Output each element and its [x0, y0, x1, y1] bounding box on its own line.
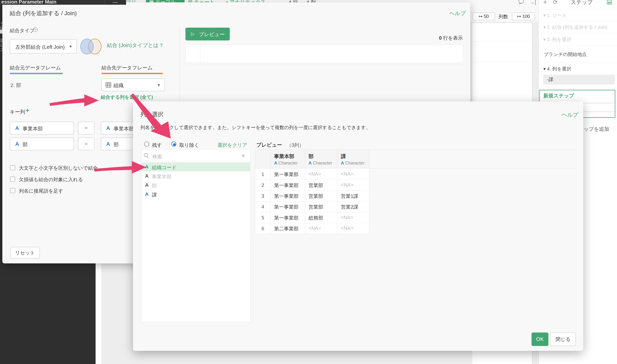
- robot-icon[interactable]: [606, 0, 612, 4]
- venn-diagram-icon: [79, 38, 105, 55]
- checkbox-label: 欠損値も結合の対象に入れる: [19, 176, 83, 183]
- key-value: 部: [114, 141, 119, 148]
- window-title-bar: ession Parameter Main —: [0, 0, 126, 5]
- column-select-title: 列を選択: [140, 111, 164, 118]
- character-type-icon: A: [106, 125, 110, 131]
- table-cell: <NA>: [309, 225, 321, 231]
- radio-dot: [173, 143, 176, 146]
- checkbox-ignore-case[interactable]: [10, 165, 15, 170]
- row-number: 1: [255, 171, 271, 177]
- column-item-label: 課: [152, 192, 157, 198]
- step-item-source[interactable]: ▾ 1. ソース: [538, 9, 617, 21]
- table-row-line: [255, 201, 369, 202]
- row-limit-input[interactable]: ↦ 50: [472, 13, 495, 20]
- join-help-link[interactable]: ヘルプ: [449, 10, 466, 17]
- target-underline: [102, 73, 163, 74]
- type-label: Character: [278, 160, 298, 166]
- minimize-icon[interactable]: —: [113, 0, 118, 5]
- search-icon: [144, 153, 149, 159]
- select-join-columns-link[interactable]: 結合する列を選択 (全て): [101, 94, 153, 100]
- table-row-line: [255, 212, 369, 212]
- equals-operator[interactable]: =: [78, 138, 94, 150]
- table-border-right: [369, 150, 369, 234]
- table-cell: 営業部: [309, 193, 323, 200]
- join-type-label: 結合タイプ: [10, 27, 35, 34]
- column-item-label: 事業本部: [152, 173, 171, 180]
- caret-down-icon: ▼: [157, 83, 160, 87]
- column-item[interactable]: A 事業本部: [142, 171, 250, 181]
- grid-header-line: [472, 41, 532, 42]
- table-cell: <NA>: [341, 225, 353, 231]
- character-type-icon: A: [145, 191, 149, 197]
- character-type-icon: A: [341, 160, 344, 166]
- equals-operator[interactable]: =: [78, 122, 94, 134]
- add-step-icon[interactable]: +: [543, 0, 547, 6]
- table-row-line: [255, 223, 369, 223]
- character-type-icon: A: [309, 160, 312, 166]
- chevron-down-icon: ▾: [543, 37, 546, 42]
- radio-remove-label: 取り除く: [179, 142, 199, 149]
- target-frame-value: 組織: [113, 82, 124, 89]
- checkbox-add-suffix[interactable]: [10, 188, 15, 193]
- col-limit-input[interactable]: ↦ 100: [512, 13, 535, 20]
- step-item-branch-start[interactable]: ブランチの開始地点: [538, 46, 617, 63]
- character-type-icon: A: [145, 164, 149, 170]
- column-item-selected[interactable]: A 組織コード: [142, 162, 250, 171]
- search-input[interactable]: 検索: [152, 153, 162, 160]
- table-col-divider: [337, 150, 337, 234]
- step-item-select[interactable]: ▾ 3. 列を選択: [538, 33, 617, 46]
- join-type-select[interactable]: 左外部結合 (Left Join) ▼: [10, 39, 77, 53]
- checkbox-label: 列名に接尾語を足す: [19, 188, 63, 195]
- checkbox-match-na[interactable]: [10, 177, 15, 182]
- column-item-label: 部: [152, 182, 157, 189]
- radio-remove[interactable]: [171, 142, 176, 147]
- reset-button[interactable]: リセット: [10, 247, 40, 259]
- ok-button[interactable]: OK: [532, 333, 548, 346]
- comment-icon[interactable]: [518, 0, 525, 4]
- key-value: 事業本部: [114, 125, 134, 132]
- column-item[interactable]: A 課: [142, 190, 250, 199]
- close-button[interactable]: 閉じる: [550, 333, 576, 346]
- step-label: 1. ソース: [547, 13, 567, 18]
- step-item-join[interactable]: ▾ 2. 結合 (列を追加する / Join): [538, 21, 617, 33]
- type-label: Character: [345, 160, 365, 166]
- column-item-label: 組織コード: [152, 164, 176, 171]
- table-cell: 第一事業部: [274, 204, 299, 210]
- column-header[interactable]: 事業本部: [274, 153, 294, 160]
- clear-search-icon[interactable]: ×: [242, 153, 245, 159]
- table-cell: 第一事業部: [274, 215, 299, 221]
- clear-selection-link[interactable]: 選択をクリア: [217, 142, 247, 149]
- key-value: 事業本部: [23, 125, 43, 132]
- table-cell: 営業部: [309, 182, 323, 189]
- rows-shown: 0 行を表示: [408, 35, 463, 41]
- column-select-help-link[interactable]: ヘルプ: [562, 111, 578, 119]
- table-cell: 営業1課: [341, 193, 358, 200]
- column-item[interactable]: A 部: [142, 181, 250, 190]
- chevron-down-icon: ▾: [543, 13, 546, 18]
- character-type-icon: A: [274, 160, 277, 166]
- key-left-field[interactable]: A 事業本部: [10, 122, 74, 134]
- play-icon: ▷: [191, 31, 195, 37]
- chevron-down-icon: ▾: [543, 66, 546, 71]
- character-type-icon: A: [15, 125, 19, 131]
- step-label: 2. 結合 (列を追加する / Join): [547, 25, 607, 30]
- collapse-panel-icon[interactable]: →|: [529, 0, 536, 5]
- column-select-description: 列名をクリックして選択できます。また、シフトキーを使って複数の列を一度に選択する…: [140, 124, 370, 131]
- add-key-icon[interactable]: +: [26, 107, 29, 114]
- key-left-field[interactable]: A 部: [10, 138, 74, 150]
- step-detail-chip[interactable]: -課: [543, 75, 615, 84]
- table-border-bottom: [255, 234, 369, 234]
- column-header[interactable]: 部: [309, 153, 314, 160]
- preview-button[interactable]: ▷ プレビュー: [185, 28, 230, 40]
- step-label: 3. 列を選択: [547, 37, 571, 42]
- help-circle-icon[interactable]: ?: [33, 27, 38, 32]
- radio-keep[interactable]: [144, 142, 149, 147]
- step-item-select4[interactable]: ▾ 4. 列を選択: [538, 63, 617, 75]
- window-title: ession Parameter Main: [1, 0, 56, 5]
- column-header[interactable]: 課: [341, 153, 346, 160]
- chevron-down-icon: ▾: [543, 25, 546, 30]
- refresh-steps-icon[interactable]: ⟳: [553, 0, 558, 5]
- join-type-help-link[interactable]: 結合 (Join)タイプとは？: [107, 42, 164, 49]
- target-frame-select[interactable]: 組織 ▼: [101, 78, 165, 91]
- character-type-icon: A: [15, 141, 19, 147]
